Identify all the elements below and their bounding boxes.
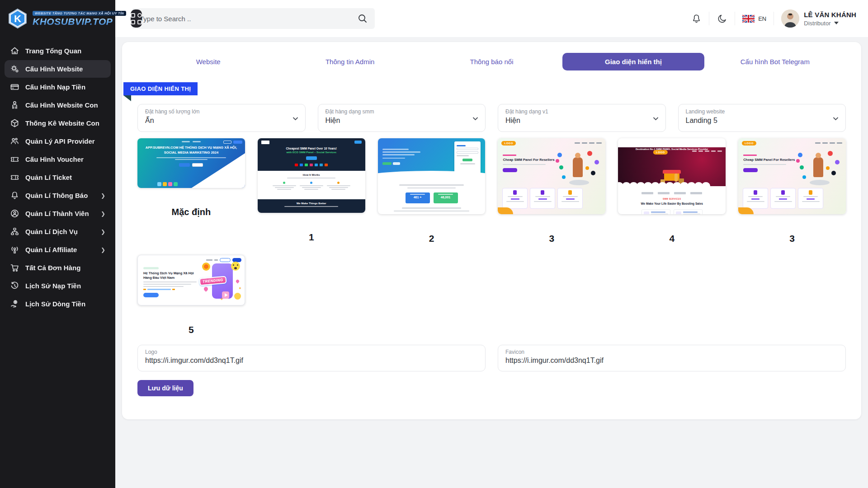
chevron-right-icon: ❯ xyxy=(101,229,105,235)
sidebar-item-cau-hinh-website-con[interactable]: Cấu Hình Website Con xyxy=(5,96,111,114)
history-icon xyxy=(10,281,19,291)
sidebar-item-quan-ly-api-provider[interactable]: Quản Lý API Provider xyxy=(5,132,111,150)
hexagon-stats-icon xyxy=(10,118,19,128)
sidebar-item-thong-ke-website-con[interactable]: Thống Kê Website Con xyxy=(5,114,111,132)
tab-cau-hinh-bot-telegram[interactable]: Cấu hình Bot Telegram xyxy=(704,53,846,70)
brand-name: KHOSUBVIP.TOP xyxy=(33,17,126,26)
sidebar-item-quan-li-dich-vu[interactable]: Quản Lí Dịch Vụ ❯ xyxy=(5,223,111,240)
settings-card: Website Thông tin Admin Thông báo nổi Gi… xyxy=(122,42,861,419)
sidebar-item-quan-li-thanh-vien[interactable]: Quản Lí Thành Viên ❯ xyxy=(5,205,111,222)
bell-icon xyxy=(10,191,19,200)
brand-banner: WEBSITE TĂNG TƯƠNG TÁC MẠNG XÃ HỘI UY TÍ… xyxy=(33,11,126,16)
home-icon xyxy=(10,46,19,56)
display-options: Đặt hàng số lượng lớn Ẩn Đặt hàng dạng s… xyxy=(137,104,846,132)
svg-text:K: K xyxy=(14,13,21,24)
voucher-icon xyxy=(10,155,19,164)
logo-field-label: Logo xyxy=(145,349,478,355)
ticket-icon xyxy=(10,173,19,182)
brand-logo[interactable]: K WEBSITE TĂNG TƯƠNG TÁC MẠNG XÃ HỘI UY … xyxy=(0,0,115,35)
save-button[interactable]: Lưu dữ liệu xyxy=(137,380,193,396)
section-badge: GIAO DIỆN HIỂN THỊ xyxy=(123,82,198,95)
topbar: EN LÊ VĂN KHÁNH Distributor xyxy=(115,0,868,37)
search-input[interactable] xyxy=(132,8,375,29)
brand-hexagon-icon: K xyxy=(7,8,28,29)
sidebar-nav: Trang Tổng Quan Cấu Hình Website Cấu Hìn… xyxy=(0,35,115,319)
chevron-right-icon: ❯ xyxy=(101,211,105,217)
logo-url-input[interactable] xyxy=(145,357,478,365)
user-menu[interactable]: LÊ VĂN KHÁNH Distributor xyxy=(781,9,856,28)
tabs: Website Thông tin Admin Thông báo nổi Gi… xyxy=(137,42,846,70)
sidebar-item-cau-hinh-voucher[interactable]: Cấu Hình Voucher xyxy=(5,150,111,168)
chevron-right-icon: ❯ xyxy=(101,247,105,253)
theme-thumbnail-3b: LOGO Cheap SMM Panel For Resellers xyxy=(738,138,846,214)
tab-website[interactable]: Website xyxy=(137,53,279,70)
chevron-down-icon xyxy=(652,115,659,122)
chevron-down-icon xyxy=(832,115,839,122)
theme-option-5[interactable]: Hệ Thống Dịch Vụ Mạng Xã Hội Hàng Đầu Vi… xyxy=(137,255,245,335)
divider xyxy=(735,12,735,25)
divider xyxy=(774,12,774,25)
podcast-icon xyxy=(10,245,19,254)
sidebar-item-quan-li-thong-bao[interactable]: Quản Lí Thông Báo ❯ xyxy=(5,187,111,204)
language-code: EN xyxy=(758,15,766,22)
theme-option-4[interactable]: LOGO Destination No.1 SMM PANEL Social M… xyxy=(618,138,726,244)
topbar-actions: EN LÊ VĂN KHÁNH Distributor xyxy=(691,9,856,28)
theme-label: 2 xyxy=(429,233,434,244)
sidebar-item-cau-hinh-website[interactable]: Cấu Hình Website xyxy=(5,60,111,78)
language-selector[interactable]: EN xyxy=(742,15,766,23)
theme-thumbnail-4: LOGO Destination No.1 SMM PANEL Social M… xyxy=(618,138,726,214)
logo-pill: LOGO xyxy=(501,141,516,145)
favicon-field: Favicon xyxy=(498,345,846,371)
tab-thong-tin-admin[interactable]: Thông tin Admin xyxy=(279,53,420,70)
search-box xyxy=(132,8,375,29)
theme-label: 4 xyxy=(669,233,675,244)
favicon-url-input[interactable] xyxy=(505,357,838,365)
theme-label: 3 xyxy=(549,233,555,244)
select-dat-hang-dang-smm[interactable]: Đặt hàng dạng smm Hiện xyxy=(318,104,486,132)
sidebar-item-lich-su-nap-tien[interactable]: Lịch Sử Nạp Tiền xyxy=(5,277,111,295)
tab-thong-bao-noi[interactable]: Thông báo nổi xyxy=(421,53,562,70)
chevron-down-icon xyxy=(292,115,299,122)
cart-icon xyxy=(10,263,19,272)
sidebar: K WEBSITE TĂNG TƯƠNG TÁC MẠNG XÃ HỘI UY … xyxy=(0,0,115,488)
theme-label: 3 xyxy=(789,233,795,244)
avatar xyxy=(781,9,799,28)
sidebar-collapse-button[interactable] xyxy=(131,9,142,28)
theme-thumbnail-2: 461 + 46,001 xyxy=(378,138,486,214)
theme-thumbnail-1: Cheapest SMM Panel Over 10 Years! with E… xyxy=(258,138,365,213)
theme-option-default[interactable]: APP.SUBREVN.COM HỆ THỐNG DỊCH VỤ MẠNG XÃ… xyxy=(137,138,245,217)
divider xyxy=(709,12,709,25)
theme-label: Mặc định xyxy=(172,207,211,217)
theme-thumbnail-3: LOGO Cheap SMM Panel For Resellers xyxy=(498,138,605,214)
select-dat-hang-dang-v1[interactable]: Đặt hàng dạng v1 Hiện xyxy=(498,104,666,132)
sidebar-item-cau-hinh-nap-tien[interactable]: Cấu Hình Nạp Tiền xyxy=(5,78,111,96)
theme-option-1[interactable]: Cheapest SMM Panel Over 10 Years! with E… xyxy=(258,138,365,243)
logo-field: Logo xyxy=(137,345,486,371)
sidebar-item-quan-li-ticket[interactable]: Quản Lí Ticket xyxy=(5,169,111,186)
dark-mode-moon-icon[interactable] xyxy=(717,13,727,24)
tab-giao-dien-hien-thi[interactable]: Giao diện hiển thị xyxy=(562,53,704,70)
search-icon[interactable] xyxy=(358,14,368,23)
person-icon xyxy=(10,100,19,110)
sidebar-item-quan-li-affiliate[interactable]: Quản Lí Affiliate ❯ xyxy=(5,241,111,258)
theme-option-3b[interactable]: LOGO Cheap SMM Panel For Resellers xyxy=(738,138,846,244)
chevron-right-icon: ❯ xyxy=(101,192,105,199)
gears-icon xyxy=(10,64,19,74)
favicon-field-label: Favicon xyxy=(505,349,838,355)
theme-option-2[interactable]: 461 + 46,001 2 xyxy=(378,138,486,244)
chevron-down-icon xyxy=(834,22,839,24)
credit-card-icon xyxy=(10,82,19,92)
sidebar-item-tat-ca-don-hang[interactable]: Tất Cả Đơn Hàng xyxy=(5,259,111,277)
chevron-down-icon xyxy=(472,115,479,122)
theme-grid: APP.SUBREVN.COM HỆ THỐNG DỊCH VỤ MẠNG XÃ… xyxy=(137,138,846,335)
select-dat-hang-so-luong-lon[interactable]: Đặt hàng số lượng lớn Ẩn xyxy=(137,104,306,132)
user-circle-icon xyxy=(10,209,19,218)
user-name: LÊ VĂN KHÁNH xyxy=(804,11,856,19)
select-landing-website[interactable]: Landing website Landing 5 xyxy=(678,104,846,132)
users-icon xyxy=(10,136,19,146)
theme-option-3[interactable]: LOGO Cheap SMM Panel For Resellers xyxy=(498,138,605,244)
notifications-bell-icon[interactable] xyxy=(691,13,702,24)
theme-label: 1 xyxy=(309,232,314,243)
sidebar-item-lich-su-dong-tien[interactable]: Lịch Sử Dòng Tiền xyxy=(5,295,111,313)
sidebar-item-trang-tong-quan[interactable]: Trang Tổng Quan xyxy=(5,42,111,60)
